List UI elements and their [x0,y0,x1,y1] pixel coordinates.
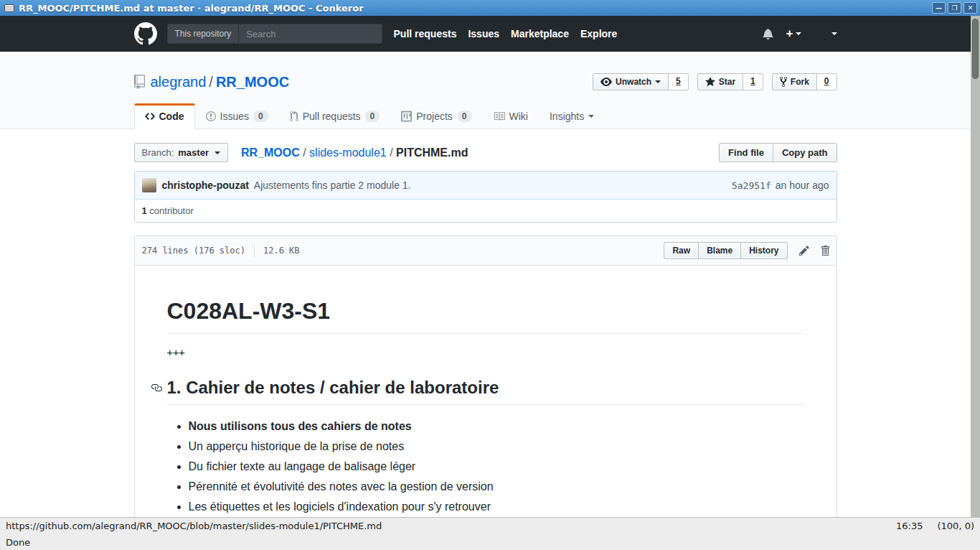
pull-requests-counter: 0 [365,111,380,122]
scrollbar-track[interactable] [971,16,980,517]
window-title: RR_MOOC/PITCHME.md at master · alegrand/… [19,3,930,14]
search-input[interactable] [239,29,381,39]
create-new-menu[interactable]: + [786,27,801,41]
commit-author-avatar[interactable] [142,178,156,192]
chevron-down-icon [655,80,661,83]
plus-icon: + [786,27,793,41]
raw-button[interactable]: Raw [664,242,699,259]
repo-title: alegrand/RR_MOOC [151,74,290,90]
statusbar: https://github.com/alegrand/RR_MOOC/blob… [0,517,980,550]
tab-insights[interactable]: Insights [539,103,605,129]
github-header: This repository Pull requests Issues Mar… [0,16,971,52]
markdown-body: C028AL-W3-S1 +++ 1. Cahier de notes / ca… [135,266,837,517]
list-item: Les étiquettes et les logiciels d'indexa… [189,497,804,517]
eye-icon [600,76,612,88]
divider [254,244,255,257]
scrollbar-thumb[interactable] [972,19,979,79]
window-titlebar: RR_MOOC/PITCHME.md at master · alegrand/… [0,0,980,16]
chevron-down-icon [588,115,594,118]
statusbar-clock: 16:35 [896,521,923,531]
close-button[interactable]: ✕ [963,2,977,14]
tab-projects[interactable]: Projects 0 [390,103,482,129]
tab-issues[interactable]: Issues 0 [195,103,279,129]
slide-separator: +++ [167,347,804,358]
repo-header: alegrand/RR_MOOC Unwatch 5 [0,52,971,129]
avatar [814,27,829,41]
delete-trash-icon[interactable] [821,245,829,256]
history-button[interactable]: History [741,242,787,259]
header-nav: Pull requests Issues Marketplace Explore [394,28,618,39]
bullet-list: Nous utilisons tous des cahiers de notes… [167,416,804,517]
tab-wiki[interactable]: Wiki [483,103,539,129]
link-anchor-icon[interactable] [151,382,162,393]
unwatch-button[interactable]: Unwatch [593,73,669,90]
header-search: This repository [167,24,382,44]
find-file-button[interactable]: Find file [719,143,773,162]
list-item: Nous utilisons tous des cahiers de notes [189,416,804,437]
tab-pull-requests[interactable]: Pull requests 0 [279,103,391,129]
nav-issues[interactable]: Issues [468,28,499,39]
project-icon [401,111,412,122]
fork-button[interactable]: Fork [772,73,817,90]
file-view-box: 274 lines (176 sloc) 12.6 KB Raw Blame H… [134,236,837,517]
user-menu[interactable] [814,27,837,41]
file-lines-info: 274 lines (176 sloc) [142,246,246,256]
window-icon [4,4,14,12]
nav-pull-requests[interactable]: Pull requests [394,28,457,39]
wiki-book-icon [494,111,505,122]
star-button[interactable]: Star [697,73,743,90]
chevron-down-icon [831,32,837,35]
browser-viewport: This repository Pull requests Issues Mar… [0,16,980,517]
commit-time: an hour ago [776,180,829,191]
tab-code[interactable]: Code [134,103,195,129]
blame-button[interactable]: Blame [699,242,741,259]
contributors-link[interactable]: 1 contributor [135,199,837,222]
watchers-count[interactable]: 5 [669,73,689,90]
issue-icon [206,111,216,122]
issues-counter: 0 [253,111,268,122]
list-item: Pérennité et évolutivité des notes avec … [189,477,804,497]
repo-book-icon [134,75,145,89]
chevron-down-icon [215,152,220,154]
statusbar-url: https://github.com/alegrand/RR_MOOC/blob… [6,521,382,531]
breadcrumb-file-name: PITCHME.md [396,146,468,159]
chevron-down-icon [796,32,801,35]
doc-title: C028AL-W3-S1 [167,297,804,334]
copy-path-button[interactable]: Copy path [773,143,837,162]
branch-selector[interactable]: Branch: master [134,143,228,162]
breadcrumb-folder-link[interactable]: slides-module1 [309,146,387,159]
nav-explore[interactable]: Explore [580,28,617,39]
commit-author-link[interactable]: christophe-pouzat [162,180,249,191]
repo-tabs: Code Issues 0 Pull requests 0 Proje [134,103,837,129]
star-icon [705,76,715,88]
repo-owner-link[interactable]: alegrand [151,74,207,90]
file-size: 12.6 KB [263,246,300,256]
code-icon [145,111,155,122]
fork-icon [780,76,787,88]
list-item: Un apperçu historique de la prise de not… [189,437,804,457]
forks-count[interactable]: 0 [817,73,837,90]
statusbar-scroll-position: (100, 0) [938,521,975,531]
pull-request-icon [290,111,298,122]
breadcrumb: RR_MOOC / slides-module1 / PITCHME.md [241,146,468,159]
commit-sha-link[interactable]: 5a2951f [732,180,771,191]
statusbar-load-status: Done [6,537,30,548]
edit-pencil-icon[interactable] [799,245,809,256]
commit-message: Ajustements fins partie 2 module 1. [254,180,411,191]
breadcrumb-repo-link[interactable]: RR_MOOC [241,146,300,159]
maximize-button[interactable]: ❐ [948,2,961,14]
projects-counter: 0 [457,111,472,122]
github-logo-icon[interactable] [134,22,157,45]
repo-name-link[interactable]: RR_MOOC [216,74,289,90]
stargazers-count[interactable]: 1 [743,73,763,90]
minimize-button[interactable]: — [932,2,946,14]
latest-commit-box: christophe-pouzat Ajustements fins parti… [134,171,837,223]
list-item: Du fichier texte au langage de balisage … [189,457,804,477]
nav-marketplace[interactable]: Marketplace [511,28,569,39]
section-heading: 1. Cahier de notes / cahier de laboratoi… [167,377,804,405]
notifications-bell-icon[interactable] [763,28,773,39]
search-scope-label: This repository [168,24,240,43]
